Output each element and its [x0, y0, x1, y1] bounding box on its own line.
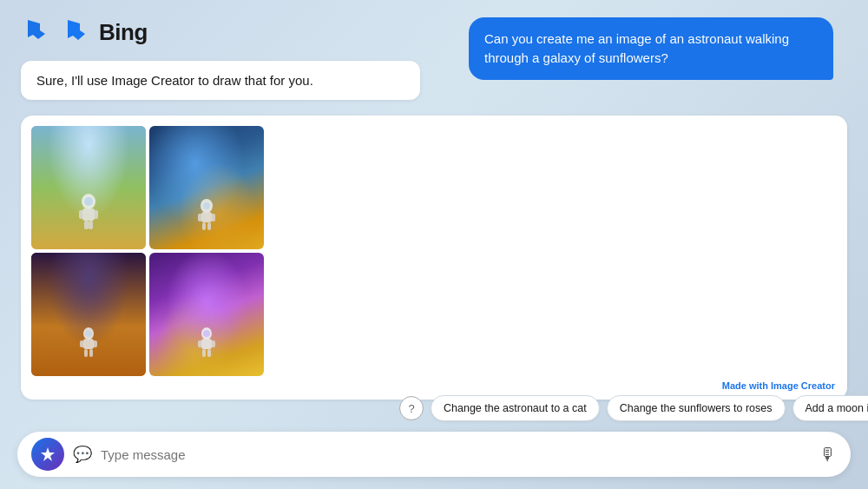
chat-icon: 💬	[73, 445, 92, 464]
svg-rect-3	[94, 210, 98, 219]
bing-title: Bing	[99, 19, 148, 46]
bot-message-text: Sure, I'll use Image Creator to draw tha…	[36, 73, 313, 88]
message-input[interactable]	[101, 447, 811, 462]
help-icon[interactable]: ?	[399, 396, 424, 420]
made-with-prefix: Made with	[722, 380, 771, 391]
svg-rect-11	[202, 222, 206, 230]
astronaut-svg-3	[79, 327, 98, 358]
astronaut-svg-1	[76, 193, 101, 231]
svg-rect-12	[207, 222, 211, 230]
spark-button[interactable]	[31, 438, 64, 471]
suggestion-chip-2[interactable]: Change the sunflowers to roses	[607, 395, 786, 421]
made-with-label: Made with Image Creator	[31, 376, 837, 393]
svg-rect-2	[79, 210, 83, 219]
svg-rect-17	[93, 340, 97, 347]
user-message-bubble: Can you create me an image of an astrona…	[469, 17, 833, 80]
made-with-link[interactable]: Image Creator	[771, 380, 835, 391]
svg-rect-22	[201, 339, 212, 349]
svg-rect-9	[198, 214, 202, 221]
svg-rect-19	[89, 349, 93, 357]
suggestion-chip-3[interactable]: Add a moon in the background	[792, 395, 869, 421]
chip3-label: Add a moon in the background	[806, 402, 869, 414]
svg-rect-26	[207, 349, 211, 357]
image-grid	[31, 126, 264, 376]
svg-point-6	[84, 197, 93, 206]
suggestion-chip-1[interactable]: Change the astronaut to a cat	[431, 395, 600, 421]
svg-rect-23	[198, 340, 202, 347]
suggestions-row: ? Change the astronaut to a cat Change t…	[399, 395, 851, 421]
help-label: ?	[408, 402, 414, 415]
svg-point-27	[203, 330, 210, 337]
generated-image-1[interactable]	[31, 126, 146, 249]
chat-area: Sure, I'll use Image Creator to draw tha…	[0, 57, 868, 400]
chip2-label: Change the sunflowers to roses	[620, 402, 773, 414]
svg-point-13	[203, 202, 210, 209]
svg-rect-24	[211, 340, 215, 347]
bing-logo-icon-b	[59, 16, 92, 49]
svg-rect-4	[84, 221, 89, 229]
astronaut-svg-4	[197, 327, 216, 358]
user-message-text: Can you create me an image of an astrona…	[484, 31, 789, 65]
input-bar: 💬 🎙	[17, 432, 851, 477]
generated-image-2[interactable]	[149, 126, 264, 249]
spark-icon	[39, 446, 56, 463]
generated-image-4[interactable]	[149, 253, 264, 376]
svg-rect-15	[83, 339, 94, 349]
bot-message-bubble: Sure, I'll use Image Creator to draw tha…	[21, 61, 420, 100]
bing-logo-icon	[21, 17, 52, 48]
astronaut-svg-2	[196, 198, 217, 231]
svg-rect-10	[211, 214, 215, 221]
svg-rect-1	[82, 208, 95, 221]
image-grid-container: Made with Image Creator	[21, 116, 847, 400]
svg-rect-16	[80, 340, 84, 347]
chip1-label: Change the astronaut to a cat	[444, 402, 587, 414]
svg-rect-5	[89, 221, 93, 229]
svg-rect-8	[201, 212, 212, 222]
svg-point-20	[85, 330, 92, 337]
bing-logo-container: Bing	[21, 16, 148, 49]
svg-rect-18	[84, 349, 88, 357]
microphone-icon[interactable]: 🎙	[819, 445, 837, 465]
generated-image-3[interactable]	[31, 253, 146, 376]
svg-rect-25	[202, 349, 206, 357]
